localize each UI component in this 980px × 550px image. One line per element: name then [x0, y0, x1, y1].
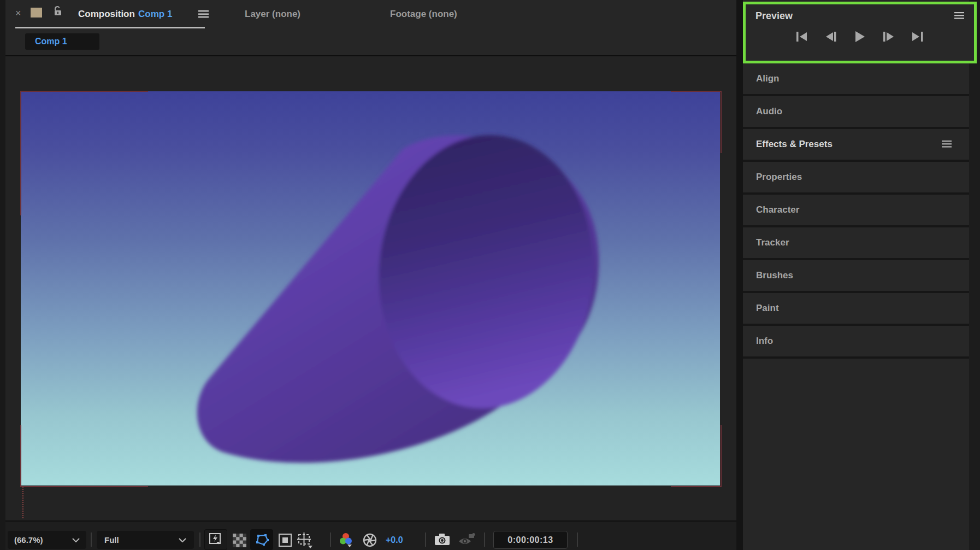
fast-previews-button[interactable] [204, 529, 227, 550]
panel-tab-paint[interactable]: Paint [743, 293, 969, 326]
transparency-grid-button[interactable] [233, 534, 246, 547]
active-tab-underline [15, 27, 205, 28]
panel-tab-label: Align [756, 73, 780, 84]
shutter-icon [363, 533, 377, 547]
toolbar-separator [577, 533, 578, 547]
first-frame-button[interactable] [795, 31, 809, 43]
resolution-value: Full [104, 535, 119, 545]
panel-menu-icon[interactable] [198, 10, 209, 18]
chevron-down-icon [179, 538, 186, 542]
mask-shape-visibility-button[interactable] [250, 529, 273, 550]
preview-panel-menu-icon[interactable] [954, 12, 964, 19]
channel-settings-button[interactable] [339, 533, 354, 548]
viewer-tab-strip: Comp 1 [5, 30, 736, 56]
checkerboard-icon [233, 534, 246, 547]
window-edge [969, 0, 980, 550]
resolution-dropdown[interactable]: Full [97, 531, 194, 549]
panel-tab-tracker[interactable]: Tracker [743, 227, 969, 260]
panel-thumbnail [31, 8, 42, 17]
viewer-toolbar: (66.7%) Full [5, 520, 736, 550]
eye-snapshot-icon [458, 533, 476, 547]
panel-tab-label: Info [756, 336, 773, 347]
panel-tab-effects-presets[interactable]: Effects & Presets [743, 129, 969, 162]
tab-layer[interactable]: Layer (none) [245, 9, 300, 20]
magnification-dropdown[interactable]: (66.7%) [8, 531, 86, 549]
unlock-icon[interactable] [54, 6, 62, 16]
panel-tab-label: Character [756, 204, 799, 215]
chevron-down-icon [72, 538, 80, 542]
panel-tab-info[interactable]: Info [743, 326, 969, 359]
crosshair-grid-icon [297, 533, 313, 549]
window-edge [0, 0, 5, 550]
panel-tab-label: Audio [756, 106, 782, 117]
viewer-tab-comp1[interactable]: Comp 1 [25, 33, 99, 50]
guide-line [22, 487, 23, 518]
next-frame-button[interactable] [882, 31, 896, 43]
mask-path-icon [255, 533, 269, 547]
panel-tab-audio[interactable]: Audio [743, 96, 969, 129]
preview-panel-highlight: Preview [743, 2, 977, 63]
region-of-interest-button[interactable] [278, 533, 292, 547]
panel-tab-label: Brushes [756, 270, 793, 281]
timecode-field[interactable]: 0:00:00:13 [493, 531, 568, 549]
panel-divider[interactable] [736, 0, 743, 550]
panel-tab-align[interactable]: Align [743, 63, 969, 96]
panel-tab-label: Effects & Presets [756, 139, 833, 150]
panel-tab-label: Tracker [756, 237, 789, 248]
tab-footage[interactable]: Footage (none) [390, 9, 457, 20]
composition-viewport-panel: × Composition Comp 1 Layer (none) Footag… [5, 0, 736, 550]
panel-tab-label: Paint [756, 303, 779, 314]
take-snapshot-button[interactable] [434, 533, 451, 546]
last-frame-button[interactable] [911, 31, 925, 43]
reset-exposure-button[interactable] [363, 533, 377, 547]
magnification-value: (66.7%) [14, 535, 43, 545]
transport-controls [746, 31, 974, 43]
panel-tab-brushes[interactable]: Brushes [743, 260, 969, 293]
toolbar-separator [330, 533, 331, 547]
toolbar-separator [484, 533, 485, 547]
lightning-icon [209, 533, 223, 547]
tab-composition[interactable]: Composition [78, 9, 135, 20]
toolbar-separator [91, 533, 92, 547]
toolbar-separator [199, 533, 200, 547]
rgb-channels-icon [339, 533, 354, 548]
tab-composition-target[interactable]: Comp 1 [138, 9, 172, 20]
panel-tab-character[interactable]: Character [743, 195, 969, 227]
exposure-value[interactable]: +0.0 [386, 535, 403, 545]
grid-guide-options-button[interactable] [297, 533, 313, 549]
panel-tab-bar: × Composition Comp 1 Layer (none) Footag… [5, 0, 736, 30]
right-panel-column: Preview [736, 0, 980, 550]
cylinder-3d-object [21, 91, 720, 485]
effects-presets-menu-icon[interactable] [942, 141, 952, 148]
close-panel-icon[interactable]: × [15, 8, 21, 18]
toolbar-separator [425, 533, 426, 547]
pasteboard [5, 56, 736, 520]
region-of-interest-icon [278, 533, 292, 547]
previous-frame-button[interactable] [824, 31, 838, 43]
panel-tab-properties[interactable]: Properties [743, 162, 969, 195]
panel-tab-label: Properties [756, 172, 802, 183]
preview-panel-title: Preview [755, 10, 793, 22]
play-button[interactable] [853, 31, 867, 43]
camera-icon [434, 533, 451, 546]
show-snapshot-button[interactable] [458, 533, 476, 547]
composition-canvas[interactable] [21, 91, 720, 485]
